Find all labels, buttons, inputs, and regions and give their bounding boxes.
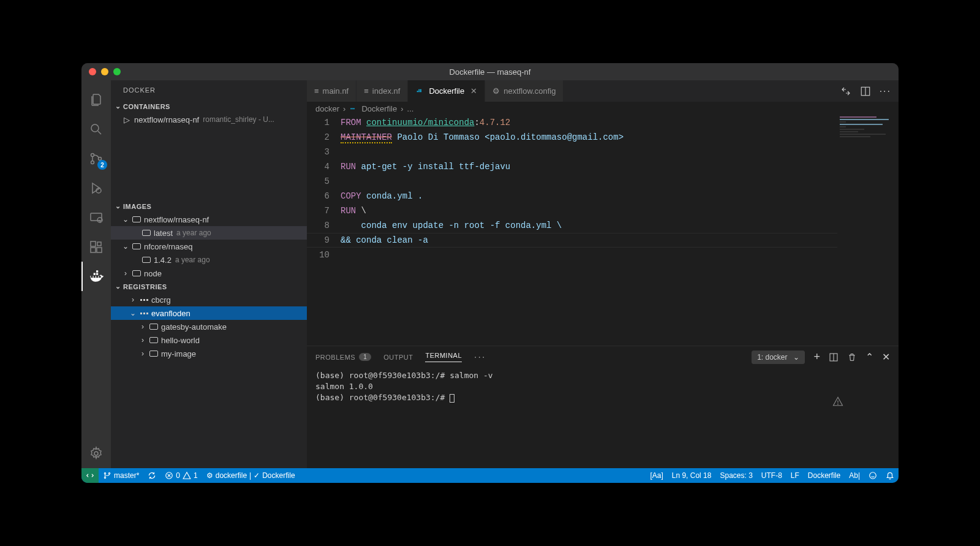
docker-icon <box>415 86 425 96</box>
close-icon[interactable]: ✕ <box>470 86 477 96</box>
terminal-selector[interactable]: 1: docker ⌄ <box>752 351 805 364</box>
play-icon: ▷ <box>121 115 133 124</box>
tab-label: PROBLEMS <box>315 354 355 361</box>
titlebar: Dockerfile — rnaseq-nf <box>81 63 899 80</box>
breadcrumb-item[interactable]: Dockerfile <box>361 104 397 113</box>
status-spaces[interactable]: Spaces: 3 <box>715 468 756 483</box>
tab-main-nf[interactable]: ≡ main.nf <box>307 80 356 102</box>
status-language[interactable]: Dockerfile <box>804 468 845 483</box>
status-cursor-style[interactable]: Ab| <box>845 468 864 483</box>
svg-rect-9 <box>91 248 96 252</box>
status-remote[interactable] <box>81 468 99 483</box>
panel-tab-problems[interactable]: PROBLEMS 1 <box>315 353 371 361</box>
container-icon <box>148 351 160 357</box>
status-branch[interactable]: master* <box>99 468 143 483</box>
activity-settings[interactable] <box>81 439 111 468</box>
more-icon[interactable]: ··· <box>880 86 891 97</box>
chevron-right-icon: › <box>138 322 148 331</box>
gear-icon: ⚙ <box>206 471 213 480</box>
section-images[interactable]: ⌄ IMAGES <box>111 200 307 213</box>
terminal-cursor <box>450 394 454 403</box>
status-lang-server[interactable]: ⚙ dockerfile | ✓ Dockerfile <box>202 468 300 483</box>
image-tag-item[interactable]: latest a year ago <box>111 226 307 240</box>
panel-tab-terminal[interactable]: TERMINAL <box>425 352 462 362</box>
activity-debug[interactable] <box>81 173 111 203</box>
statusbar: master* 0 1 ⚙ dockerfile | ✓ Dockerfile … <box>81 468 899 483</box>
terminal-name: 1: docker <box>757 353 787 362</box>
close-icon[interactable]: ✕ <box>882 351 890 363</box>
status-notifications[interactable] <box>881 468 899 483</box>
section-label: REGISTRIES <box>123 283 167 290</box>
error-icon <box>165 471 173 480</box>
image-item[interactable]: › node <box>111 267 307 280</box>
status-position[interactable]: Ln 9, Col 18 <box>668 468 716 483</box>
image-item[interactable]: ⌄ nfcore/rnaseq <box>111 240 307 253</box>
minimap[interactable] <box>837 115 899 346</box>
registry-repo-item[interactable]: › my-image <box>111 347 307 360</box>
section-containers[interactable]: ⌄ CONTAINERS <box>111 100 307 113</box>
registry-repo-item[interactable]: › hello-world <box>111 333 307 347</box>
sidebar-title: DOCKER <box>111 80 307 100</box>
svg-point-18 <box>838 404 839 404</box>
chevron-down-icon: ⌄ <box>793 353 799 362</box>
status-feedback[interactable] <box>864 468 881 483</box>
status-eol[interactable]: LF <box>786 468 804 483</box>
status-case[interactable]: [Aa] <box>646 468 667 483</box>
svg-rect-6 <box>91 213 102 221</box>
registry-name: cbcrg <box>151 295 171 305</box>
window-close-btn[interactable] <box>89 68 96 75</box>
status-problems[interactable]: 0 1 <box>160 468 202 483</box>
container-icon <box>130 216 143 222</box>
registry-item[interactable]: ⌄ evanfloden <box>111 306 307 320</box>
window-minimize-btn[interactable] <box>101 68 108 75</box>
new-terminal-icon[interactable]: + <box>813 351 820 363</box>
svg-point-19 <box>104 472 105 474</box>
container-item[interactable]: ▷ nextflow/rnaseq-nf romantic_shirley - … <box>111 113 307 126</box>
activity-scm[interactable]: 2 <box>81 144 111 173</box>
registry-item[interactable]: › cbcrg <box>111 293 307 306</box>
image-name: node <box>144 269 162 278</box>
trash-icon[interactable] <box>847 352 857 362</box>
activity-extensions[interactable] <box>81 232 111 262</box>
container-icon <box>130 270 143 276</box>
warning-icon[interactable] <box>832 374 890 429</box>
status-encoding[interactable]: UTF-8 <box>757 468 786 483</box>
chevron-down-icon: ⌄ <box>128 309 138 317</box>
remote-icon <box>86 471 94 480</box>
registry-repo-item[interactable]: › gatesby-automake <box>111 320 307 333</box>
bell-icon <box>886 471 894 480</box>
extensions-icon <box>89 240 104 254</box>
code-editor[interactable]: 12345678910 FROM continuumio/miniconda:4… <box>307 115 899 346</box>
chevron-right-icon: › <box>401 104 403 113</box>
split-icon[interactable] <box>860 86 871 97</box>
activity-explorer[interactable] <box>81 85 111 115</box>
breadcrumb[interactable]: docker › Dockerfile › ... <box>307 102 899 115</box>
status-sync[interactable] <box>143 468 160 483</box>
tag-age: a year ago <box>176 229 211 237</box>
svg-rect-8 <box>91 241 96 246</box>
window-maximize-btn[interactable] <box>113 68 121 75</box>
more-icon[interactable]: ··· <box>474 352 486 363</box>
split-terminal-icon[interactable] <box>829 352 839 362</box>
chevron-right-icon: › <box>121 269 130 278</box>
scm-badge: 2 <box>97 160 107 170</box>
image-item[interactable]: ⌄ nextflow/rnaseq-nf <box>111 213 307 226</box>
tab-label: TERMINAL <box>425 352 462 359</box>
chevron-up-icon[interactable]: ⌃ <box>865 351 873 363</box>
svg-rect-10 <box>97 248 102 252</box>
panel-tab-output[interactable]: OUTPUT <box>383 354 413 361</box>
activity-remote[interactable] <box>81 203 111 232</box>
breadcrumb-item[interactable]: ... <box>407 104 414 113</box>
activity-docker[interactable] <box>81 262 111 291</box>
terminal-body[interactable]: (base) root@0f5930e103b3:/# salmon -v sa… <box>307 368 899 468</box>
tab-dockerfile[interactable]: Dockerfile ✕ <box>408 80 485 102</box>
section-registries[interactable]: ⌄ REGISTRIES <box>111 280 307 293</box>
breadcrumb-item[interactable]: docker <box>315 104 339 113</box>
sidebar: DOCKER ⌄ CONTAINERS ▷ nextflow/rnaseq-nf… <box>111 80 307 468</box>
image-tag-item[interactable]: 1.4.2 a year ago <box>111 253 307 267</box>
activity-search[interactable] <box>81 115 111 144</box>
tab-nextflow-config[interactable]: ⚙ nextflow.config <box>485 80 564 102</box>
registry-name: evanfloden <box>151 309 190 318</box>
compare-icon[interactable] <box>840 86 851 97</box>
tab-index-nf[interactable]: ≡ index.nf <box>356 80 408 102</box>
